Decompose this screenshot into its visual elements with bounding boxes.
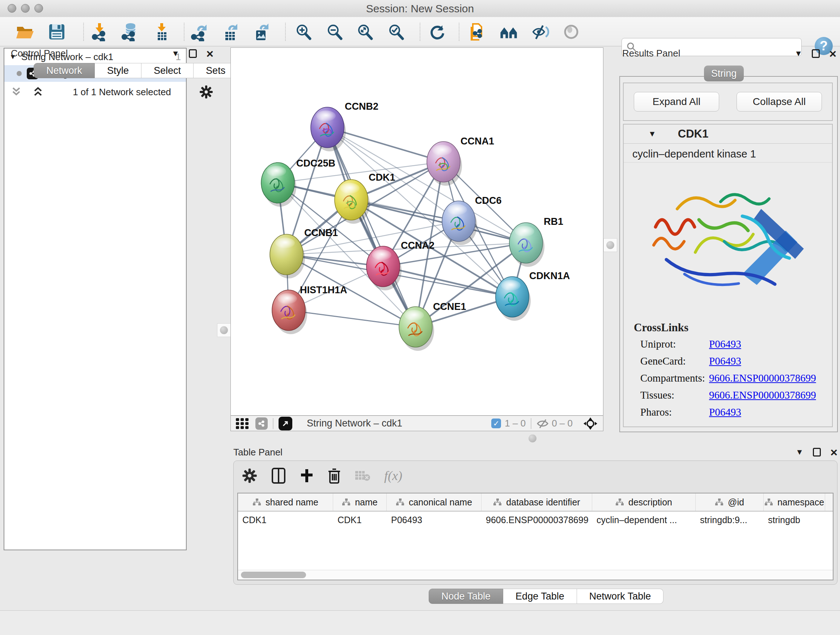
panel-float-icon[interactable] (813, 448, 821, 456)
eye-slash-icon (531, 22, 551, 41)
current-network-dot (17, 71, 22, 76)
results-tab-string[interactable]: String (704, 65, 744, 81)
network-node-ccna2[interactable]: CCNA2 (366, 240, 434, 290)
gear-icon[interactable] (199, 85, 213, 99)
crosslinks-title: CrossLinks (624, 318, 832, 336)
import-network-database-button[interactable] (120, 22, 140, 42)
crosslink-link[interactable]: P06493 (709, 406, 741, 418)
zoom-fit-button[interactable] (355, 22, 375, 42)
panel-collapse-icon[interactable]: ▼ (794, 49, 802, 58)
section-expand-icon[interactable]: ▼ (648, 129, 656, 139)
export-network-button[interactable] (189, 22, 209, 42)
panel-float-icon[interactable] (812, 49, 820, 58)
expand-all-button[interactable]: Expand All (634, 92, 719, 111)
import-network-file-button[interactable] (90, 22, 109, 42)
network-view-footer: String Network – cdk1 ✓ 1 – 0 0 – 0 (231, 416, 603, 431)
column-header-namespace[interactable]: namespace (764, 494, 825, 511)
left-splitter-handle[interactable] (217, 323, 231, 337)
export-image-button[interactable] (251, 22, 271, 42)
network-node-cdc6[interactable]: CDC6 (442, 195, 502, 245)
network-node-hist1h1a[interactable]: HIST1H1A (272, 285, 347, 334)
show-graphics-details-button[interactable] (499, 22, 519, 42)
gene-section-cdk1: ▼ CDK1 cyclin–dependent kinase 1 CrossLi… (623, 124, 833, 427)
collapse-all-button[interactable]: Collapse All (737, 92, 822, 111)
column-header--id[interactable]: @id (696, 494, 764, 511)
node-label-ccnb1: CCNB1 (304, 227, 338, 238)
network-view-icon[interactable] (256, 417, 268, 430)
right-splitter-handle[interactable] (603, 238, 617, 252)
panel-close-icon[interactable]: × (206, 49, 213, 58)
horizontal-splitter-handle[interactable] (526, 433, 539, 444)
title-bar: Session: New Session (0, 0, 840, 17)
control-tab-select[interactable]: Select (141, 63, 194, 78)
control-panel-tabs: NetworkStyleSelectSets (34, 63, 238, 78)
zoom-in-button[interactable] (294, 22, 313, 42)
table-row[interactable]: CDK1CDK1P064939606.ENSP00000378699cyclin… (238, 511, 833, 528)
duplicate-network-icon (468, 22, 486, 41)
crosslink-link[interactable]: P06493 (709, 338, 741, 350)
network-canvas[interactable]: CCNB2CCNA1CDC25BCDK1CDC6RB1CCNB1CCNA2CDK… (231, 48, 603, 416)
column-header-shared-name[interactable]: shared name (238, 494, 333, 511)
table-tab-edge-table[interactable]: Edge Table (503, 589, 577, 604)
table-settings-gear-icon[interactable] (242, 468, 257, 484)
node-label-hist1h1a: HIST1H1A (300, 285, 347, 295)
control-tab-network[interactable]: Network (34, 63, 95, 78)
network-selection-status: 1 of 1 Network selected (73, 87, 171, 98)
network-graph[interactable]: CCNB2CCNA1CDC25BCDK1CDC6RB1CCNB1CCNA2CDK… (231, 48, 603, 415)
gene-section-header[interactable]: ▼ CDK1 (624, 125, 832, 144)
zoom-out-icon (325, 22, 344, 41)
panel-float-icon[interactable] (189, 49, 197, 58)
crosslink-link[interactable]: 9606.ENSP00000378699 (709, 389, 816, 401)
column-header-canonical-name[interactable]: canonical name (387, 494, 482, 511)
panel-close-icon[interactable]: × (829, 49, 836, 58)
open-session-button[interactable] (15, 22, 35, 42)
node-label-ccna2: CCNA2 (401, 240, 434, 251)
column-header-description[interactable]: description (592, 494, 696, 511)
network-node-cdkn1a[interactable]: CDKN1A (496, 271, 570, 321)
crosslink-label: GeneCard: (640, 355, 709, 367)
panel-close-icon[interactable]: × (830, 448, 837, 456)
detach-view-button[interactable] (279, 417, 292, 431)
save-session-button[interactable] (47, 22, 66, 42)
panel-collapse-icon[interactable]: ▼ (172, 49, 180, 58)
status-bar: Memory (0, 610, 840, 635)
zoom-selected-button[interactable] (386, 22, 406, 42)
control-tab-style[interactable]: Style (95, 63, 141, 78)
column-header-database-identifier[interactable]: database identifier (482, 494, 592, 511)
network-node-rb1[interactable]: RB1 (509, 216, 563, 267)
delete-column-trash-icon[interactable] (328, 468, 341, 484)
birdseye-view-icon[interactable] (583, 417, 598, 431)
table-tab-network-table[interactable]: Network Table (577, 589, 664, 604)
export-image-icon (252, 22, 271, 41)
database-icon (120, 22, 139, 41)
import-table-button[interactable] (152, 22, 172, 42)
export-table-button[interactable] (221, 22, 240, 42)
results-buttons-row: Expand All Collapse All (623, 82, 833, 121)
zoom-out-button[interactable] (325, 22, 344, 42)
show-all-graphics-button[interactable] (561, 22, 581, 42)
network-node-ccne1[interactable]: CCNE1 (399, 301, 466, 351)
table-horizontal-scrollbar[interactable] (238, 570, 833, 580)
apply-style-refresh-button[interactable] (428, 22, 447, 42)
add-column-plus-icon[interactable] (300, 469, 314, 483)
crosslink-link[interactable]: 9606.ENSP00000378699 (709, 372, 816, 384)
show-columns-icon[interactable] (271, 467, 286, 484)
node-label-cdk1: CDK1 (369, 172, 395, 183)
crosslink-link[interactable]: P06493 (709, 355, 741, 367)
table-cell: cyclin–dependent ... (592, 511, 696, 528)
crosslink-label: Pharos: (640, 406, 709, 418)
expand-all-icon[interactable] (33, 87, 45, 97)
new-network-from-selection-button[interactable] (467, 22, 487, 42)
hide-graphics-details-button[interactable] (531, 22, 551, 42)
selected-counts: 1 – 0 (505, 418, 526, 429)
column-header-name[interactable]: name (333, 494, 387, 511)
panel-collapse-icon[interactable]: ▼ (796, 448, 804, 457)
grid-view-icon[interactable] (236, 418, 249, 429)
refresh-icon (428, 22, 447, 41)
table-tab-node-table[interactable]: Node Table (429, 589, 503, 604)
selected-checkbox[interactable]: ✓ (491, 418, 501, 428)
toolbar-separator (285, 23, 286, 41)
collapse-all-icon[interactable] (11, 87, 23, 97)
delete-table-icon (355, 470, 370, 482)
scrollbar-thumb[interactable] (241, 572, 306, 578)
